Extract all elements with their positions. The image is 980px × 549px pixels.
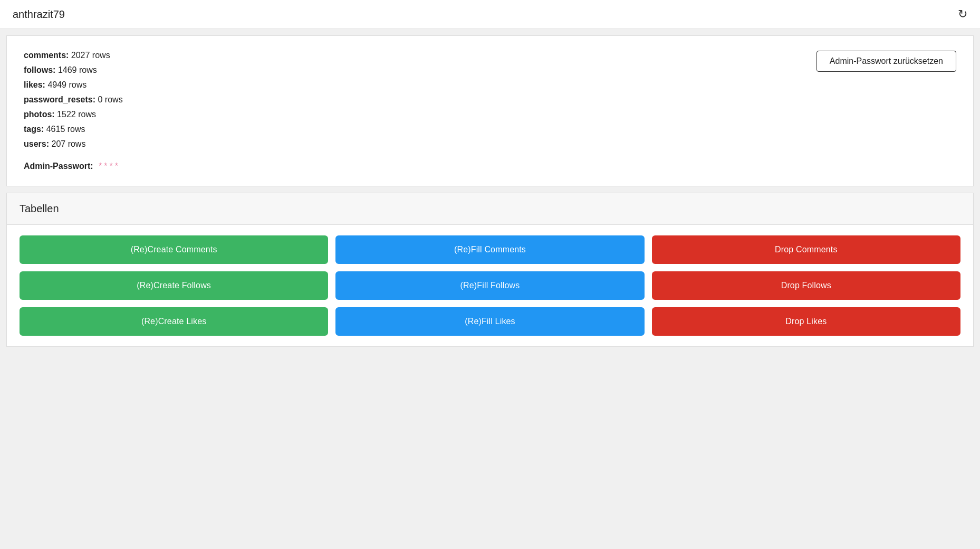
info-value: 2027 rows — [71, 51, 110, 60]
info-value: 0 rows — [98, 95, 123, 104]
table-action-button[interactable]: (Re)Fill Comments — [335, 235, 644, 264]
info-label: follows: — [24, 65, 55, 74]
table-action-button[interactable]: (Re)Fill Likes — [335, 307, 644, 336]
tabellen-panel: Tabellen (Re)Create Comments(Re)Fill Com… — [6, 193, 974, 347]
info-label: photos: — [24, 110, 55, 119]
info-panel: comments: 2027 rowsfollows: 1469 rowslik… — [6, 35, 974, 186]
info-row: password_resets: 0 rows — [24, 95, 956, 105]
info-label: password_resets: — [24, 95, 95, 104]
table-action-button[interactable]: (Re)Create Comments — [20, 235, 328, 264]
info-row: photos: 1522 rows — [24, 110, 956, 119]
table-action-button[interactable]: Drop Follows — [652, 271, 960, 300]
admin-password-stars: **** — [99, 162, 120, 171]
info-value: 4615 rows — [46, 125, 85, 134]
buttons-grid: (Re)Create Comments(Re)Fill CommentsDrop… — [7, 225, 973, 346]
info-label: comments: — [24, 51, 69, 60]
table-action-button[interactable]: (Re)Create Follows — [20, 271, 328, 300]
info-label: users: — [24, 139, 49, 148]
header-panel: anthrazit79 ↻ — [0, 0, 980, 29]
info-label: tags: — [24, 125, 44, 134]
reset-password-button[interactable]: Admin-Passwort zurücksetzen — [816, 51, 956, 72]
table-action-button[interactable]: Drop Comments — [652, 235, 960, 264]
admin-password-label: Admin-Passwort: — [24, 162, 93, 171]
table-action-button[interactable]: (Re)Fill Follows — [335, 271, 644, 300]
page-title: anthrazit79 — [13, 8, 65, 21]
info-row: tags: 4615 rows — [24, 125, 956, 134]
info-value: 1469 rows — [58, 65, 97, 74]
info-value: 207 rows — [51, 139, 85, 148]
table-action-button[interactable]: Drop Likes — [652, 307, 960, 336]
admin-password-row: Admin-Passwort: **** — [24, 162, 956, 171]
info-value: 1522 rows — [57, 110, 96, 119]
info-label: likes: — [24, 80, 45, 89]
info-value: 4949 rows — [47, 80, 87, 89]
refresh-icon[interactable]: ↻ — [958, 7, 967, 21]
tabellen-header: Tabellen — [7, 193, 973, 225]
table-action-button[interactable]: (Re)Create Likes — [20, 307, 328, 336]
info-row: likes: 4949 rows — [24, 80, 956, 90]
info-row: users: 207 rows — [24, 139, 956, 149]
